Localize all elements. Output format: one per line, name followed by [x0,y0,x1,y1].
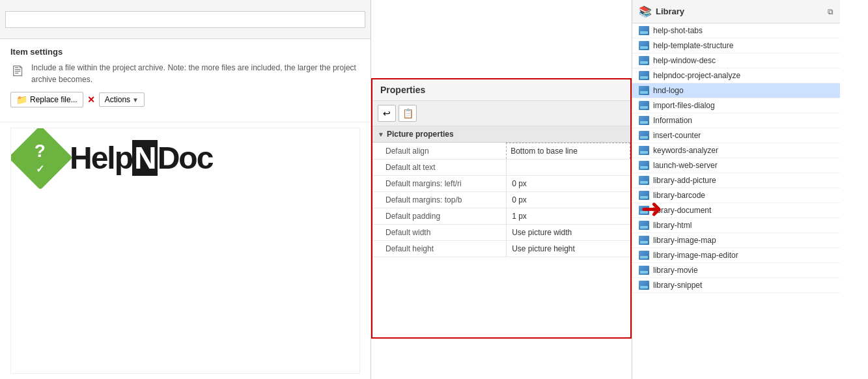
library-item[interactable]: hnd-logo [632,83,840,98]
library-item-icon [639,161,649,170]
item-settings-section: Item settings 🖹 Include a file within th… [0,39,371,122]
prop-label: Default align [372,143,507,160]
library-item[interactable]: Information [632,113,840,128]
folder-icon: 📁 [16,94,27,105]
undo-button[interactable]: ↩ [378,105,396,122]
library-item-label: help-shot-tabs [653,26,703,35]
actions-button[interactable]: Actions ▼ [99,92,145,107]
prop-value: 0 px [507,175,630,191]
library-item-label: keywords-analyzer [653,146,718,155]
replace-file-button[interactable]: 📁 Replace file... [10,92,83,107]
library-item[interactable]: help-window-desc [632,53,840,68]
prop-label: Default alt text [372,159,507,175]
prop-row[interactable]: Default heightUse picture height [372,240,630,257]
library-item[interactable]: keywords-analyzer [632,143,840,158]
library-item-icon [639,56,649,65]
right-panel: 📚 Library ⧉ help-shot-tabshelp-template-… [632,0,840,379]
properties-title: Properties [380,85,623,95]
library-item-icon [639,101,649,110]
prop-value[interactable]: Bottom to base line [507,143,630,160]
library-item-icon [639,86,649,95]
library-item[interactable]: helpndoc-project-analyze [632,68,840,83]
properties-view-icon: 📋 [402,108,413,119]
library-item-icon [639,146,649,155]
item-info-row: 🖹 Include a file within the project arch… [10,62,360,85]
library-item[interactable]: help-shot-tabs [632,23,840,38]
library-list: help-shot-tabshelp-template-structurehel… [632,23,840,379]
prop-label: Default margins: top/b [372,191,507,208]
properties-table: Default alignBottom to base lineDefault … [372,143,630,257]
prop-row[interactable]: Default alt text [372,159,630,175]
library-item[interactable]: launch-web-server [632,158,840,173]
actions-row: 📁 Replace file... ✕ Actions ▼ [10,92,360,107]
library-item[interactable]: library-image-map-editor [632,248,840,263]
prop-group-header[interactable]: ▼ Picture properties [372,126,630,143]
library-item-icon [639,26,649,35]
library-item-label: Information [653,116,692,125]
middle-wrapper: Properties ↩ 📋 ▼ Picture properties Defa… [371,0,632,379]
brand-help: Help [70,141,132,175]
library-item[interactable]: library-barcode [632,188,840,203]
red-arrow-icon: ➜ [641,193,663,223]
prop-label: Default width [372,224,507,240]
library-item-icon [639,251,649,260]
properties-panel: Properties ↩ 📋 ▼ Picture properties Defa… [371,78,632,339]
prop-value: 0 px [507,191,630,208]
item-settings-title: Item settings [10,47,360,57]
properties-view-button[interactable]: 📋 [399,105,417,122]
library-item-label: library-add-picture [653,176,716,185]
library-item-icon [639,116,649,125]
actions-label: Actions [105,95,130,104]
library-item[interactable]: help-template-structure [632,38,840,53]
item-info-text: Include a file within the project archiv… [31,62,360,85]
prop-row[interactable]: Default widthUse picture width [372,224,630,240]
library-title: Library [656,7,684,16]
library-item-label: launch-web-server [653,161,718,170]
library-item-label: import-files-dialog [653,101,715,110]
library-item[interactable]: library-snippet [632,278,840,293]
file-icon: 🖹 [10,63,25,80]
prop-label: Default margins: left/ri [372,175,507,191]
library-item-icon [639,176,649,185]
prop-row[interactable]: Default margins: top/b0 px [372,191,630,208]
library-actions: ⧉ [828,7,833,16]
prop-row[interactable]: Default alignBottom to base line [372,143,630,160]
undo-icon: ↩ [383,108,391,119]
prop-value: 1 px [507,208,630,224]
prop-value: Use picture height [507,240,630,257]
delete-button[interactable]: ✕ [87,94,95,105]
prop-group-label: Picture properties [387,130,454,139]
library-item-icon [639,266,649,275]
library-item-label: library-movie [653,266,698,275]
properties-content: ▼ Picture properties Default alignBottom… [372,126,630,337]
brand-n: N [132,140,158,176]
library-item-label: library-image-map [653,236,716,245]
brand-doc: Doc [158,141,213,175]
library-item[interactable]: library-image-map [632,233,840,248]
library-item[interactable]: import-files-dialog [632,98,840,113]
preview-area: ? ✓ HelpNDoc [10,128,360,374]
logo-preview: ? ✓ HelpNDoc [18,135,212,180]
library-item-label: helpndoc-project-analyze [653,71,740,80]
toolbar-spacer [5,11,365,28]
library-item-icon [639,236,649,245]
library-item[interactable]: library-movie [632,263,840,278]
library-item-icon [639,71,649,80]
prop-row[interactable]: Default margins: left/ri0 px [372,175,630,191]
library-item[interactable]: library-html [632,218,840,233]
library-item-icon [639,41,649,50]
arrow-container: ➜ [641,193,663,223]
library-item[interactable]: library-document [632,203,840,218]
library-item[interactable]: insert-counter [632,128,840,143]
library-restore-button[interactable]: ⧉ [828,7,833,16]
prop-value: Use picture width [507,224,630,240]
group-toggle-icon: ▼ [378,131,384,138]
library-item[interactable]: library-add-picture [632,173,840,188]
diamond-icon: ? ✓ [10,128,72,190]
properties-toolbar: ↩ 📋 [372,101,630,126]
prop-row[interactable]: Default padding1 px [372,208,630,224]
library-item-label: insert-counter [653,131,701,140]
properties-header: Properties [372,79,630,101]
library-item-label: hnd-logo [653,86,684,95]
diamond-inner: ? ✓ [35,140,46,175]
